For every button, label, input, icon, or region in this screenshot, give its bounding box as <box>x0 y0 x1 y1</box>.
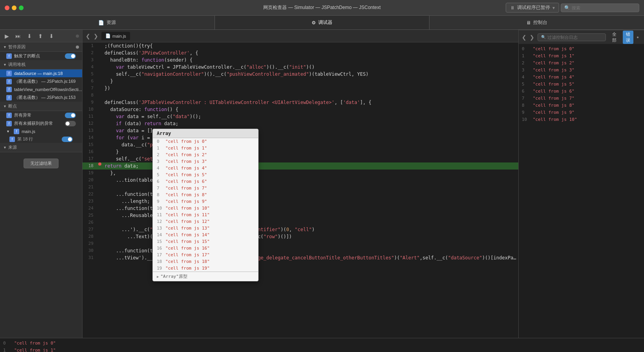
console-search-input[interactable] <box>547 35 602 40</box>
tab-resources-label: 资源 <box>106 19 116 26</box>
code-file-icon: 📄 <box>105 33 111 38</box>
close-button[interactable] <box>5 5 9 10</box>
line18-toggle[interactable] <box>62 137 73 142</box>
list-item: 5"cell from js 5" <box>522 81 641 88</box>
debug-pause-button[interactable]: ⏸ 调试程序已暂停 ▾ <box>506 3 559 13</box>
stop-reason-content: f 触发了的断点 <box>0 52 82 60</box>
call-stack-item-0[interactable]: f dataSource — main.js:18 <box>0 69 82 77</box>
list-item: 10"cell from js 10" <box>153 205 258 212</box>
call-stack-header[interactable]: ▼ 调用堆栈 <box>0 60 82 69</box>
uncaught-toggle[interactable] <box>65 121 76 126</box>
code-line-11: 11 var data = self.__c("data")(); <box>83 113 518 120</box>
code-line-24: 24 ...function(tableView, indexPath) { <box>83 205 518 212</box>
debug-pause-label: 调试程序已暂停 <box>517 4 550 11</box>
filter-warn-btn[interactable]: 警告 <box>642 31 644 44</box>
sources-label: 来源 <box>8 144 17 150</box>
stack-item-icon-3: f <box>6 95 12 100</box>
no-filter-button[interactable]: 无过滤结果 <box>24 159 59 168</box>
uncaught-item: f 所有未捕获到的异常 <box>0 119 82 128</box>
list-item: 17"cell from js 17" <box>153 252 258 258</box>
list-item: 2"cell from js 2" <box>153 151 258 158</box>
code-line-14: 14 for (var i = 0; i < 20; i ++) { <box>83 134 518 141</box>
breakpoint-item: f 触发了的断点 <box>0 52 82 60</box>
sources-content: 无过滤结果 <box>0 152 82 175</box>
stack-item-icon-0: f <box>6 71 12 76</box>
all-exceptions-item: f 所有异常 <box>0 111 82 119</box>
console-nav-next[interactable]: ❯ <box>530 34 534 40</box>
filter-error-btn[interactable]: 错误 <box>623 31 633 44</box>
code-line-27: 27 ...').__c("alloc")().__c("initWithSty… <box>83 226 518 233</box>
list-item: 19"cell from js 19" <box>153 265 258 272</box>
call-stack-item-2[interactable]: f tableView_numberOfRowsInSecti... <box>0 86 82 93</box>
stop-reason-label: 暂停原因 <box>8 44 26 50</box>
call-stack-item-1[interactable]: f （匿名函数） — JSPatch.js:169 <box>0 77 82 86</box>
title-bar-right: ⏸ 调试程序已暂停 ▾ 🔍 <box>506 3 639 13</box>
window-title: 网页检查器 — Simulator — JSPatchDemo — JSCont… <box>263 4 381 11</box>
main-js-line18[interactable]: f 第 18 行 <box>0 135 82 143</box>
minimize-button[interactable] <box>12 5 17 10</box>
breakpoint-dot <box>98 162 101 166</box>
uncaught-icon: f <box>6 121 12 126</box>
code-line-17: 17 self.__c("setData")(data) <box>83 155 518 162</box>
list-item: 14"cell from js 14" <box>153 232 258 238</box>
breakpoints-triangle: ▼ <box>3 104 7 108</box>
all-exceptions-label: 所有异常 <box>14 112 31 118</box>
warning-dot: ● <box>637 35 639 39</box>
all-exceptions-toggle[interactable] <box>65 113 76 118</box>
stop-reason-header[interactable]: ▼ 暂停原因 <box>0 42 82 52</box>
sources-header[interactable]: ▼ 来源 <box>0 143 82 152</box>
tab-console[interactable]: 🖥 控制台 <box>429 16 644 29</box>
code-tab-main-js[interactable]: 📄 main.js <box>101 32 130 40</box>
list-item: 4"cell from js 4" <box>153 165 258 171</box>
stop-reason-badge <box>76 46 79 49</box>
code-area[interactable]: 1 ;(function(){try{ 2 defineClass('JPVie… <box>83 42 518 338</box>
stop-reason-triangle: ▼ <box>3 45 7 49</box>
code-line-3: 3 handleBtn: function(sender) { <box>83 57 518 64</box>
pause-icon: ⏸ <box>510 5 515 11</box>
step-button[interactable]: ⬇ <box>48 32 55 40</box>
tab-debugger[interactable]: ⚙ 调试器 <box>215 16 430 29</box>
maximize-button[interactable] <box>19 5 24 10</box>
nav-back-icon[interactable]: ❮ <box>86 33 90 39</box>
console-icon: 🖥 <box>526 20 531 26</box>
breakpoint-toggle[interactable] <box>65 53 76 59</box>
code-line-15: 15 data.__c("push")("cell from js " + i)… <box>83 141 518 148</box>
stack-item-icon-1: f <box>6 79 12 84</box>
main-js-icon: f <box>14 129 19 134</box>
title-search-input[interactable] <box>572 5 635 10</box>
options-badge[interactable] <box>76 35 79 38</box>
list-item: 2"cell from js 2" <box>522 60 641 67</box>
list-item: 10"cell from js 10" <box>522 116 641 123</box>
step-into-button[interactable]: ⬇ <box>26 32 33 40</box>
continue-button[interactable]: ▶ <box>3 32 11 40</box>
array-popup-header: Array <box>153 129 258 138</box>
call-stack-label: 调用堆栈 <box>8 62 26 67</box>
list-item: 9"cell from js 9" <box>522 109 641 116</box>
list-item: 9"cell from js 9" <box>153 198 258 205</box>
nav-forward-icon[interactable]: ❯ <box>94 33 98 39</box>
array-popup-footer[interactable]: ▶ "Array"原型 <box>153 272 258 281</box>
tab-resources[interactable]: 📄 资源 <box>0 16 215 29</box>
resources-icon: 📄 <box>98 20 104 26</box>
main-js-file[interactable]: ▼ f main.js <box>0 128 82 135</box>
filter-all-btn[interactable]: 全部 <box>609 31 620 44</box>
code-line-19: 19 }, <box>83 170 518 177</box>
breakpoints-header[interactable]: ▼ 断点 <box>0 102 82 111</box>
file-triangle: ▼ <box>6 129 10 133</box>
sources-triangle: ▼ <box>3 146 7 150</box>
list-item: 6"cell from js 6" <box>522 88 641 95</box>
step-out-button[interactable]: ⬆ <box>37 32 44 40</box>
list-item: 8"cell from js 8" <box>522 102 641 109</box>
list-item: 0"cell from js 0" <box>153 138 258 145</box>
list-item: 16"cell from js 16" <box>153 245 258 252</box>
all-exceptions-icon: f <box>6 113 12 118</box>
code-line-4: 4 var tableViewCtrl = JPTableViewControl… <box>83 64 518 71</box>
line18-icon: f <box>9 137 15 142</box>
code-line-8: 8 <box>83 92 518 99</box>
left-toolbar: ▶ ⏭ ⬇ ⬆ ⬇ <box>0 30 82 42</box>
step-over-button[interactable]: ⏭ <box>14 32 22 40</box>
stack-item-label-2: tableView_numberOfRowsInSecti... <box>14 87 82 92</box>
call-stack-item-3[interactable]: f （匿名函数） — JSPatch.js:153 <box>0 93 82 102</box>
console-nav-prev[interactable]: ❮ <box>522 34 527 40</box>
search-icon: 🔍 <box>564 5 570 11</box>
